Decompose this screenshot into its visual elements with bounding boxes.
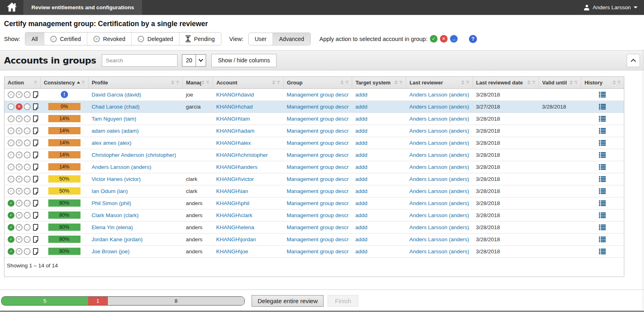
view-advanced[interactable]: Advanced [272,33,310,45]
help-button[interactable]: ? [469,35,477,43]
delegate-icon[interactable]: → [24,152,31,158]
filter-icon[interactable] [175,80,180,85]
delegate-icon[interactable]: → [24,103,31,110]
column-header-action[interactable]: Action [4,77,40,88]
table-row[interactable]: ✓ ✕ → 80% Phil Simon (phil) anders KHANG… [4,197,624,209]
account-link[interactable]: KHANGH\elena [216,224,254,230]
profile-link[interactable]: Anders Larsson (anders) [91,164,151,170]
note-icon[interactable] [33,164,39,170]
certify-icon[interactable]: ✓ [8,140,14,146]
profile-link[interactable]: Christopher Anderson (christopher) [91,152,176,158]
delegate-icon[interactable]: → [24,224,31,231]
note-icon[interactable] [33,176,39,183]
certify-icon[interactable]: ✓ [8,176,14,183]
table-row[interactable]: ✓ ✕ → 80% Clark Mason (clark) anders KHA… [4,209,624,221]
delegate-icon[interactable]: → [24,188,31,195]
table-row[interactable]: ✓ ✕ → 50% Ian Odum (ian) clark KHANGH\ia… [4,185,624,197]
certify-icon[interactable]: ✓ [8,212,14,219]
target-system-link[interactable]: addd [355,92,367,98]
group-link[interactable]: Management group descr [287,140,349,146]
group-link[interactable]: Management group descr [287,212,349,218]
home-button[interactable] [0,0,23,15]
column-header-manager[interactable]: Manager [183,77,213,88]
delegate-icon[interactable]: → [24,212,31,219]
table-row[interactable]: ✓ ✕ → 80% Joe Brown (joe) anders KHANGH\… [4,245,624,257]
last-reviewer-link[interactable]: Anders Larsson (anders) [409,176,469,182]
apply-delegate-button[interactable]: → [450,35,458,43]
account-link[interactable]: KHANGH\tam [216,116,250,122]
column-header-account[interactable]: Account [213,77,283,88]
history-icon[interactable] [599,104,606,110]
column-header-reviewed[interactable]: Last reviewed date [473,77,539,88]
profile-link[interactable]: Elena Yin (elena) [91,224,133,230]
last-reviewer-link[interactable]: Anders Larsson (anders) [409,188,469,194]
history-icon[interactable] [599,140,606,146]
delegate-icon[interactable]: → [24,127,31,134]
target-system-link[interactable]: addd [355,128,367,134]
revoke-icon[interactable]: ✕ [16,115,23,122]
last-reviewer-link[interactable]: Anders Larsson (anders) [409,152,469,158]
profile-link[interactable]: Victor Hanes (victor) [91,176,140,182]
sort-icon[interactable] [394,80,398,84]
filter-icon[interactable] [466,80,470,85]
table-row[interactable]: ✓ ✕ → 80% Jordan Kane (jordan) anders KH… [4,233,624,245]
target-system-link[interactable]: addd [355,212,367,218]
history-icon[interactable] [599,116,606,122]
revoke-icon[interactable]: ✕ [16,103,23,110]
sort-icon[interactable] [461,80,464,84]
sort-icon[interactable] [272,80,275,84]
account-link[interactable]: KHANGH\jordan [216,236,256,242]
column-header-profile[interactable]: Profile [88,77,182,88]
profile-link[interactable]: Tam Nguyen (tam) [91,116,136,122]
table-row[interactable]: ✓ ✕ → 14% Anders Larsson (anders) KHANGH… [4,161,624,173]
revoke-icon[interactable]: ✕ [16,212,23,219]
revoke-icon[interactable]: ✕ [16,164,23,170]
delegate-entire-review-button[interactable]: Delegate entire review [252,295,324,307]
revoke-icon[interactable]: ✕ [16,91,23,98]
group-link[interactable]: Management group descr [287,104,349,110]
page-size-dropdown[interactable] [196,55,206,66]
revoke-icon[interactable]: ✕ [16,140,23,146]
note-icon[interactable] [33,115,39,122]
table-row[interactable]: ✓ ✕ → 14% Tam Nguyen (tam) KHANGH\tam Ma… [4,113,624,125]
note-icon[interactable] [33,188,39,195]
profile-link[interactable]: Clark Mason (clark) [91,212,138,218]
note-icon[interactable] [33,212,39,219]
last-reviewer-link[interactable]: Anders Larsson (anders) [409,116,469,122]
tab-review-entitlements[interactable]: Review entitlements and configurations [23,0,142,15]
profile-link[interactable]: David Garcia (david) [91,92,141,98]
table-row[interactable]: ✓ ✕ → ! David Garcia (david) joe KHANGH\… [4,88,624,101]
certify-icon[interactable]: ✓ [8,91,14,98]
target-system-link[interactable]: addd [355,248,367,254]
note-icon[interactable] [33,103,39,110]
group-link[interactable]: Management group descr [287,116,349,122]
account-link[interactable]: KHANGH\phil [216,200,250,206]
history-icon[interactable] [599,176,606,182]
group-link[interactable]: Management group descr [287,176,349,182]
group-link[interactable]: Management group descr [287,152,349,158]
filter-icon[interactable] [81,80,86,85]
last-reviewer-link[interactable]: Anders Larsson (anders) [409,164,469,170]
filter-icon[interactable] [33,80,38,85]
note-icon[interactable] [33,91,39,98]
last-reviewer-link[interactable]: Anders Larsson (anders) [409,236,469,242]
revoke-icon[interactable]: ✕ [16,152,23,158]
sort-icon[interactable] [527,80,530,84]
table-row[interactable]: ✓ ✕ → 0% Chad Larose (chad) garcia KHANG… [4,101,624,113]
filter-certified[interactable]: ✓ Certified [44,33,87,45]
delegate-icon[interactable]: → [24,248,31,255]
certify-icon[interactable]: ✓ [8,248,14,255]
table-row[interactable]: ✓ ✕ → 80% Elena Yin (elena) anders KHANG… [4,221,624,233]
certify-icon[interactable]: ✓ [8,200,14,207]
last-reviewer-link[interactable]: Anders Larsson (anders) [409,212,469,218]
filter-icon[interactable] [532,80,536,85]
history-icon[interactable] [599,248,606,254]
finish-button[interactable]: Finish [328,295,358,307]
page-size-select[interactable]: 20 [182,54,206,67]
filter-icon[interactable] [574,80,578,85]
group-link[interactable]: Management group descr [287,248,349,254]
last-reviewer-link[interactable]: Anders Larsson (anders) [409,200,469,206]
certify-icon[interactable]: ✓ [8,164,14,170]
column-header-consistency[interactable]: Consistency [40,77,88,88]
group-link[interactable]: Management group descr [287,164,349,170]
